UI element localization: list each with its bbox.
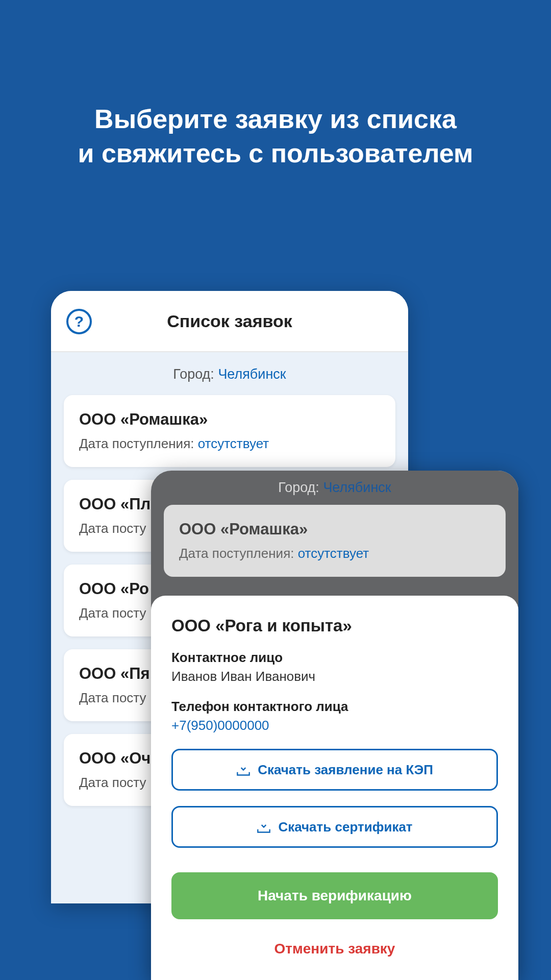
request-item[interactable]: ООО «Ромашка» Дата поступления: отсутств… xyxy=(64,395,395,467)
city-value: Челябинск xyxy=(218,366,286,382)
date-line: Дата поступления: отсутствует xyxy=(179,546,490,561)
city-filter[interactable]: Город: Челябинск xyxy=(51,352,408,395)
download-icon xyxy=(236,764,251,776)
city-label: Город: xyxy=(173,366,218,382)
contact-value: Иванов Иван Иванович xyxy=(171,669,498,684)
download-application-button[interactable]: Скачать заявление на КЭП xyxy=(171,749,498,791)
detail-org-name: ООО «Рога и копыта» xyxy=(171,616,498,635)
download-icon xyxy=(257,821,271,833)
city-filter: Город: Челябинск xyxy=(151,471,518,505)
date-line: Дата поступления: отсутствует xyxy=(79,436,380,452)
headline-line-2: и свяжитесь с пользователем xyxy=(78,138,473,168)
org-name: ООО «Ромашка» xyxy=(179,520,490,538)
start-verification-button[interactable]: Начать верификацию xyxy=(171,872,498,919)
screen-request-detail: Город: Челябинск ООО «Ромашка» Дата пост… xyxy=(151,471,518,980)
promo-headline: Выберите заявку из списка и свяжитесь с … xyxy=(0,0,551,170)
button-label: Скачать сертификат xyxy=(278,819,412,835)
bottom-sheet: ООО «Рога и копыта» Контактное лицо Иван… xyxy=(151,596,518,980)
button-label: Начать верификацию xyxy=(258,888,412,904)
headline-line-1: Выберите заявку из списка xyxy=(94,104,457,134)
contact-label: Контактное лицо xyxy=(171,650,498,666)
org-name: ООО «Ромашка» xyxy=(79,410,380,429)
button-label: Скачать заявление на КЭП xyxy=(258,762,433,778)
phone-value[interactable]: +7(950)0000000 xyxy=(171,718,498,733)
city-value: Челябинск xyxy=(323,480,391,495)
help-icon[interactable]: ? xyxy=(66,309,92,334)
page-title: Список заявок xyxy=(167,311,292,331)
request-item: ООО «Ромашка» Дата поступления: отсутств… xyxy=(164,505,506,577)
download-certificate-button[interactable]: Скачать сертификат xyxy=(171,806,498,848)
city-label: Город: xyxy=(278,480,323,495)
titlebar: ? Список заявок xyxy=(51,291,408,352)
cancel-request-button[interactable]: Отменить заявку xyxy=(171,941,498,957)
phone-label: Телефон контактного лица xyxy=(171,699,498,715)
